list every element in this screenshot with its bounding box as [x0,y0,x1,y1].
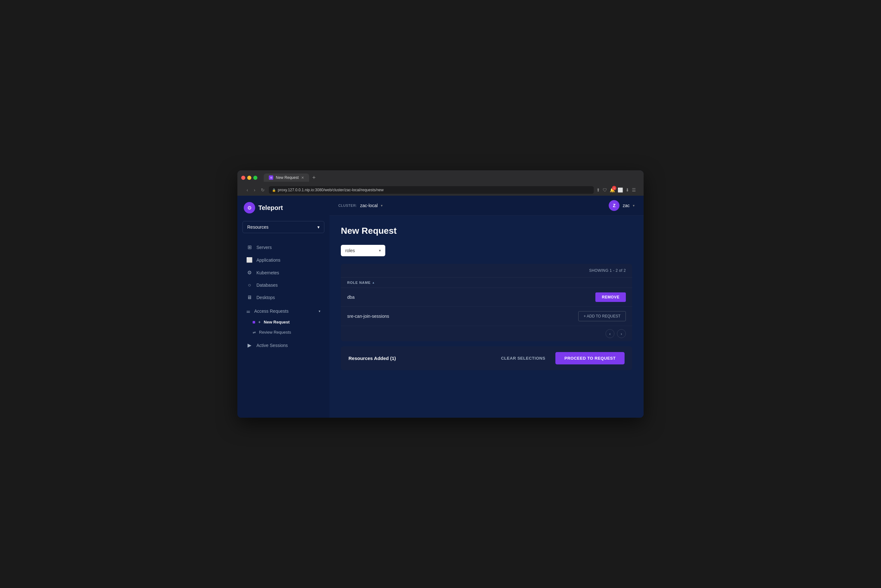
logo-icon: ⚙ [244,202,255,213]
sidebar-item-new-request[interactable]: + New Request [240,317,327,327]
table-header: ROLE NAME ▲ [341,277,632,288]
table-row: dba REMOVE [341,288,632,307]
download-icon[interactable]: ⬇ [625,188,629,192]
resources-added-label: Resources Added (1) [349,356,396,361]
nav-section-active-sessions: ▶ Active Sessions [238,339,329,352]
tab-favicon-icon: ⚙ [269,176,273,180]
sidebar-item-desktops-label: Desktops [256,295,275,300]
access-requests-header[interactable]: ⚌ Access Requests ▾ [240,305,327,317]
remove-button[interactable]: REMOVE [595,292,626,302]
bottom-bar: Resources Added (1) CLEAR SELECTIONS PRO… [341,346,632,370]
bottom-actions: CLEAR SELECTIONS PROCEED TO REQUEST [496,352,625,364]
sidebar-item-servers-label: Servers [256,245,272,250]
forward-button[interactable]: › [252,187,257,193]
sidebar-item-applications[interactable]: ⬜ Applications [240,254,327,266]
new-tab-button[interactable]: + [310,174,318,181]
maximize-window-button[interactable] [253,176,257,180]
sidebar-item-new-request-label: New Request [264,320,290,324]
table-showing-count: SHOWING 1 - 2 of 2 [341,264,632,277]
access-requests-chevron: ▾ [319,309,320,314]
cluster-selector[interactable]: CLUSTER: zac-local ▾ [338,203,383,208]
remove-role-button[interactable]: REMOVE [595,292,626,302]
role-name-cell: sre-can-join-sessions [347,314,578,319]
browser-titlebar: ⚙ New Request ✕ + [241,174,640,182]
sidebar-item-databases[interactable]: ○ Databases [240,279,327,291]
share-icon[interactable]: ⬆ [596,188,600,192]
resources-dropdown-chevron: ▾ [317,225,320,230]
add-role-to-request-button[interactable]: + ADD TO REQUEST [578,311,626,321]
roles-table-container: SHOWING 1 - 2 of 2 ROLE NAME ▲ dba REMOV… [341,264,632,341]
back-button[interactable]: ‹ [245,187,250,193]
sidebar-item-active-sessions-label: Active Sessions [256,343,288,348]
minimize-window-button[interactable] [247,176,251,180]
avatar: Z [609,200,619,211]
notification-bell[interactable]: 🔔 1 [610,187,615,193]
page-content: New Request roles ▾ SHOWING 1 - 2 of 2 R… [329,216,643,380]
role-type-dropdown[interactable]: roles ▾ [341,245,385,256]
tab-close-icon[interactable]: ✕ [301,176,304,180]
kubernetes-icon: ⚙ [246,270,253,276]
sidebar-logo: ⚙ Teleport [238,202,329,221]
servers-icon: ⊞ [246,244,253,250]
resources-dropdown-label: Resources [247,225,269,230]
clear-selections-button[interactable]: CLEAR SELECTIONS [496,352,551,364]
cluster-chevron-icon: ▾ [381,204,383,208]
sidebar-item-review-requests-label: Review Requests [259,330,291,334]
page-title: New Request [341,226,632,236]
browser-chrome: ⚙ New Request ✕ + ‹ › ↻ 🔒 proxy.127.0.0.… [238,170,643,196]
lock-icon: 🔒 [272,188,276,192]
app-layout: ⚙ Teleport Resources ▾ ⊞ Servers ⬜ Appli… [238,196,643,418]
previous-page-button[interactable]: ‹ [606,329,615,338]
applications-icon: ⬜ [246,257,253,263]
sidebar-item-desktops[interactable]: 🖥 Desktops [240,291,327,303]
cluster-label-text: CLUSTER: [338,204,357,207]
browser-toolbar-actions: ⬆ 🛡 🔔 1 ⬜ ⬇ ☰ [596,187,636,193]
tab-title: New Request [276,176,299,180]
resources-dropdown[interactable]: Resources ▾ [242,221,324,233]
desktops-icon: 🖥 [246,295,253,300]
browser-toolbar: ‹ › ↻ 🔒 proxy.127.0.0.1.nip.io:3080/web/… [241,184,640,196]
role-selector-chevron: ▾ [379,248,381,253]
cluster-value-text: zac-local [360,203,378,208]
close-window-button[interactable] [241,176,245,180]
new-request-plus-icon: + [258,320,260,324]
databases-icon: ○ [246,282,253,288]
user-menu[interactable]: Z zac ▾ [609,200,635,211]
username-label: zac [623,203,630,208]
nav-section-main: ⊞ Servers ⬜ Applications ⚙ Kubernetes ○ … [238,241,329,304]
access-requests-icon: ⚌ [246,309,250,314]
active-sessions-icon: ▶ [246,342,253,348]
sidebar-toggle-icon[interactable]: ⬜ [618,188,623,192]
user-chevron-icon: ▾ [633,204,635,208]
table-pagination: ‹ › [341,326,632,341]
sidebar-item-active-sessions[interactable]: ▶ Active Sessions [240,339,327,351]
sidebar-item-kubernetes[interactable]: ⚙ Kubernetes [240,266,327,279]
sidebar-item-kubernetes-label: Kubernetes [256,270,279,275]
url-text: proxy.127.0.0.1.nip.io:3080/web/cluster/… [278,188,383,192]
sort-icon: ▲ [372,281,375,284]
role-name-cell: dba [347,295,595,300]
browser-tab-active[interactable]: ⚙ New Request ✕ [264,174,309,182]
next-page-button[interactable]: › [617,329,626,338]
sidebar-item-databases-label: Databases [256,283,278,288]
reload-button[interactable]: ↻ [259,187,266,193]
role-name-column-header[interactable]: ROLE NAME ▲ [347,280,375,285]
sidebar-item-applications-label: Applications [256,258,281,262]
traffic-lights [241,176,257,180]
main-content: CLUSTER: zac-local ▾ Z zac ▾ New Request… [329,196,643,418]
review-requests-icon: ⇌ [253,330,256,334]
sidebar: ⚙ Teleport Resources ▾ ⊞ Servers ⬜ Appli… [238,196,329,418]
address-bar[interactable]: 🔒 proxy.127.0.0.1.nip.io:3080/web/cluste… [269,186,594,194]
sidebar-item-servers[interactable]: ⊞ Servers [240,241,327,254]
shield-icon[interactable]: 🛡 [603,188,607,192]
menu-icon[interactable]: ☰ [632,188,636,192]
sidebar-item-review-requests[interactable]: ⇌ Review Requests [240,327,327,337]
nav-section-access-requests: ⚌ Access Requests ▾ + New Request ⇌ Revi… [238,305,329,338]
access-requests-label: Access Requests [254,309,289,314]
proceed-to-request-button[interactable]: PROCEED TO REQUEST [555,352,625,364]
add-to-request-button[interactable]: + ADD TO REQUEST [578,311,626,321]
browser-window: ⚙ New Request ✕ + ‹ › ↻ 🔒 proxy.127.0.0.… [238,170,643,418]
top-header: CLUSTER: zac-local ▾ Z zac ▾ [329,196,643,216]
new-request-bullet [253,321,255,324]
table-row: sre-can-join-sessions + ADD TO REQUEST [341,307,632,326]
